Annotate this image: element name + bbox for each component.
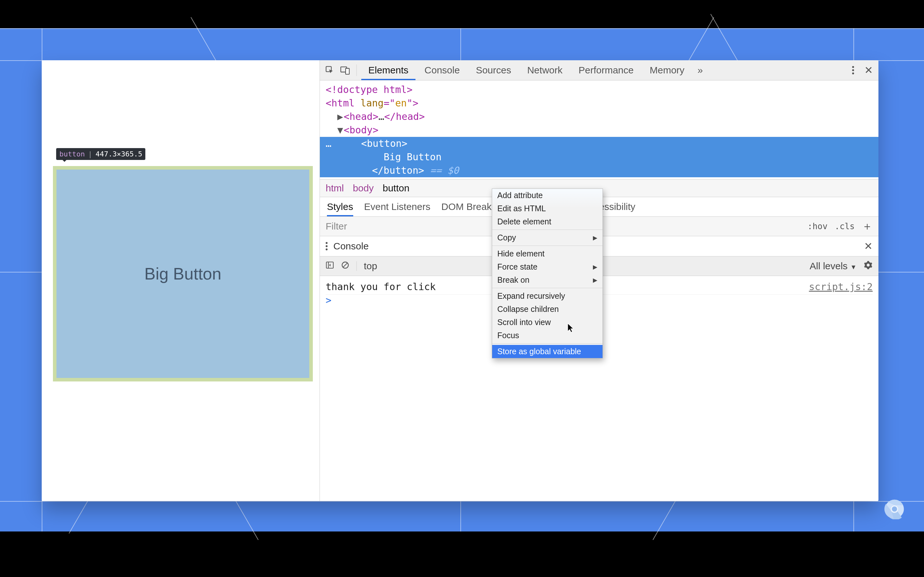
subtab-event-listeners[interactable]: Event Listeners (364, 197, 431, 216)
ctx-collapse-children[interactable]: Collapse children (492, 303, 603, 316)
close-devtools-icon[interactable]: ✕ (862, 63, 875, 77)
crumb-button[interactable]: button (383, 183, 409, 193)
context-menu: Add attribute Edit as HTML Delete elemen… (492, 189, 603, 358)
ctx-edit-as-html[interactable]: Edit as HTML (492, 202, 603, 215)
tab-sources[interactable]: Sources (469, 60, 518, 80)
close-drawer-icon[interactable]: ✕ (864, 240, 873, 252)
cls-toggle[interactable]: .cls (835, 221, 855, 231)
ctx-add-attribute[interactable]: Add attribute (492, 189, 603, 202)
dom-line[interactable]: </body> (326, 177, 873, 179)
ctx-expand-recursively[interactable]: Expand recursively (492, 290, 603, 303)
dom-line[interactable]: ▶<head>…</head> (326, 110, 873, 123)
tab-performance[interactable]: Performance (572, 60, 641, 80)
subtab-styles[interactable]: Styles (327, 197, 353, 216)
hov-toggle[interactable]: :hov (808, 221, 828, 231)
svg-point-8 (892, 506, 897, 512)
page-viewport: button | 447.3×365.5 Big Button (42, 60, 320, 501)
dom-line[interactable]: <html lang="en"> (326, 97, 873, 110)
tooltip-dimensions: 447.3×365.5 (95, 150, 142, 158)
clear-console-icon[interactable] (341, 261, 349, 271)
ctx-store-as-global-variable[interactable]: Store as global variable (492, 345, 603, 358)
kebab-menu-icon[interactable] (846, 63, 860, 77)
tooltip-tag: button (59, 150, 85, 158)
console-levels-dropdown[interactable]: All levels ▼ (809, 261, 857, 271)
ctx-break-on[interactable]: Break on▶ (492, 274, 603, 287)
crumb-html[interactable]: html (326, 183, 344, 193)
drawer-kebab-icon[interactable] (326, 242, 328, 250)
console-settings-icon[interactable] (864, 261, 873, 272)
dom-line[interactable]: <!doctype html> (326, 83, 873, 97)
ctx-force-state[interactable]: Force state▶ (492, 260, 603, 274)
element-tooltip: button | 447.3×365.5 (56, 148, 145, 160)
more-tabs-icon[interactable]: » (693, 63, 707, 77)
big-button[interactable]: Big Button (53, 166, 313, 382)
dom-tree[interactable]: <!doctype html> <html lang="en"> ▶<head>… (320, 81, 879, 179)
crumb-body[interactable]: body (353, 183, 374, 193)
ctx-scroll-into-view[interactable]: Scroll into view (492, 316, 603, 329)
console-context[interactable]: top (364, 261, 377, 271)
screenshot-window: button | 447.3×365.5 Big Button (42, 60, 879, 501)
console-log-source[interactable]: script.js:2 (809, 281, 873, 292)
console-log-text: thank you for click (326, 281, 436, 292)
chrome-logo-icon (884, 499, 905, 519)
ctx-delete-element[interactable]: Delete element (492, 215, 603, 228)
ctx-hide-element[interactable]: Hide element (492, 247, 603, 260)
submenu-arrow-icon: ▶ (593, 263, 598, 271)
show-console-sidebar-icon[interactable] (326, 261, 334, 271)
presentation-background: button | 447.3×365.5 Big Button (0, 28, 924, 532)
svg-rect-2 (346, 68, 349, 74)
dom-line[interactable]: ▼<body> (326, 123, 873, 137)
inspect-icon[interactable] (323, 63, 336, 77)
new-style-rule-icon[interactable]: ＋ (862, 219, 873, 234)
submenu-arrow-icon: ▶ (593, 277, 598, 284)
devtools-toolbar: Elements Console Sources Network Perform… (320, 60, 879, 81)
tab-elements[interactable]: Elements (361, 60, 415, 80)
device-toggle-icon[interactable] (338, 63, 352, 77)
styles-filter-input[interactable]: Filter (326, 221, 347, 232)
submenu-arrow-icon: ▶ (593, 234, 598, 242)
tab-memory[interactable]: Memory (643, 60, 691, 80)
tab-network[interactable]: Network (520, 60, 569, 80)
dom-selected-node[interactable]: … <button> Big Button </button> == $0 (320, 137, 879, 177)
ctx-copy[interactable]: Copy▶ (492, 231, 603, 244)
ctx-focus[interactable]: Focus (492, 329, 603, 342)
drawer-title: Console (333, 241, 368, 251)
tab-console[interactable]: Console (417, 60, 467, 80)
